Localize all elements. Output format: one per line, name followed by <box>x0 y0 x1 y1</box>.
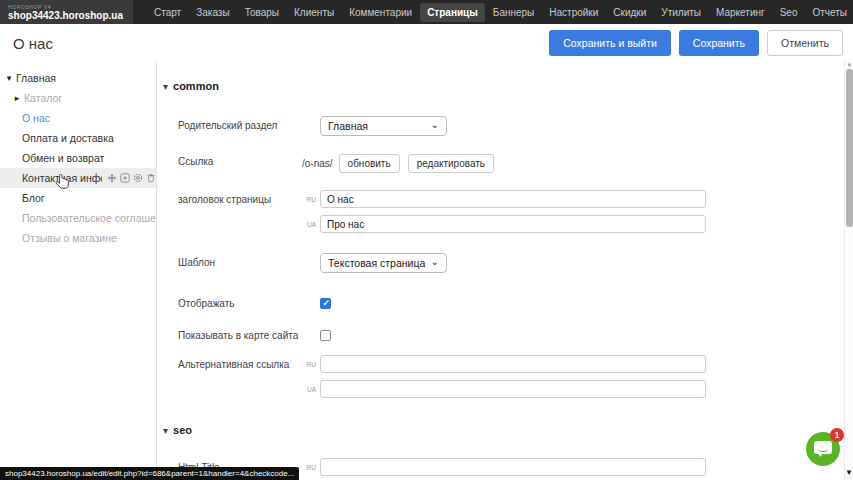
sidebar-item-label: Отзывы о магазине <box>22 232 117 244</box>
header-buttons: Сохранить и выйти Сохранить Отменить <box>549 30 843 56</box>
chat-smile-icon <box>818 448 828 452</box>
move-icon[interactable] <box>107 173 117 183</box>
lang-ua-badge: UA <box>302 215 316 228</box>
sidebar-item-label: Блог <box>22 192 45 204</box>
sidebar-item-home[interactable]: ▾ Главная <box>0 68 156 88</box>
alt-link-ua-input[interactable] <box>320 380 706 398</box>
field-label: заголовок страницы <box>178 190 302 205</box>
field-label: Альтернативная ссылка <box>178 355 302 370</box>
field-template: Шаблон Текстовая страница ⌄ <box>178 253 845 273</box>
pages-tree-sidebar: ▾ Главная ▸ Каталог О нас Оплата и доста… <box>0 62 156 480</box>
lang-ru-badge: RU <box>302 190 316 203</box>
field-page-title: заголовок страницы RU UA <box>178 190 845 233</box>
chat-widget-button[interactable]: 1 <box>806 432 840 466</box>
trash-icon[interactable] <box>146 173 156 183</box>
sidebar-item-contact-info[interactable]: Контактная инфор <box>0 168 156 188</box>
chevron-down-icon: ▾ <box>163 81 168 92</box>
lang-ua-badge: UA <box>302 380 316 393</box>
tree-item-actions <box>107 173 156 183</box>
field-display: Отображать <box>178 294 845 309</box>
field-link: Ссылка /o-nas/ обновить редактировать <box>178 152 845 173</box>
sidebar-item-store-reviews[interactable]: Отзывы о магазине <box>0 228 156 248</box>
sidebar-item-label: Главная <box>16 72 56 84</box>
field-label: Шаблон <box>178 253 302 268</box>
template-select[interactable]: Текстовая страница ⌄ <box>320 253 447 273</box>
sidebar-item-user-agreement[interactable]: Пользовательское соглашение <box>0 208 156 228</box>
nav-item-marketing[interactable]: Маркетинг <box>709 3 772 22</box>
nav-item-seo[interactable]: Seo <box>773 3 805 22</box>
cancel-button[interactable]: Отменить <box>767 30 843 56</box>
status-url: shop34423.horoshop.ua/edit/edit.php?id=6… <box>5 469 294 478</box>
chevron-down-icon[interactable]: ▾ <box>5 73 13 83</box>
save-button[interactable]: Сохранить <box>679 30 759 56</box>
sidebar-item-exchange-return[interactable]: Обмен и возврат <box>0 148 156 168</box>
vertical-scrollbar[interactable]: ▲ ▼ <box>844 60 853 480</box>
chat-notification-badge: 1 <box>830 428 844 442</box>
topbar: HOROSHOP V4 shop34423.horoshop.ua Старт … <box>0 0 853 24</box>
sidebar-item-label: Каталог <box>24 92 62 104</box>
main-nav: Старт Заказы Товары Клиенты Комментарии … <box>147 3 853 22</box>
alt-link-ru-input[interactable] <box>320 355 706 373</box>
field-sitemap: Показывать в карте сайта <box>178 326 845 341</box>
sidebar-item-catalog[interactable]: ▸ Каталог <box>0 88 156 108</box>
section-common-header[interactable]: ▾ common <box>163 80 845 92</box>
gear-icon[interactable] <box>133 173 143 183</box>
page-edit-form: ▾ common Родительский раздел Главная ⌄ С… <box>157 62 845 480</box>
field-parent-section: Родительский раздел Главная ⌄ <box>178 116 845 136</box>
sidebar-item-blog[interactable]: Блог <box>0 188 156 208</box>
parent-section-select[interactable]: Главная ⌄ <box>320 116 447 136</box>
scrollbar-thumb[interactable] <box>846 69 853 227</box>
sidebar-item-label: Пользовательское соглашение <box>22 212 156 224</box>
section-seo-header[interactable]: ▾ seo <box>163 424 845 436</box>
nav-item-orders[interactable]: Заказы <box>189 3 236 22</box>
sidebar-item-payment-delivery[interactable]: Оплата и доставка <box>0 128 156 148</box>
display-checkbox[interactable] <box>320 298 331 309</box>
nav-item-comments[interactable]: Комментарии <box>342 3 419 22</box>
page-title: О нас <box>13 35 53 52</box>
page-header: О нас Сохранить и выйти Сохранить Отмени… <box>0 24 853 62</box>
nav-item-settings[interactable]: Настройки <box>542 3 605 22</box>
sidebar-item-label: О нас <box>22 112 50 124</box>
link-value: /o-nas/ <box>302 158 333 169</box>
scroll-down-arrow-icon[interactable]: ▼ <box>843 467 853 479</box>
logo-domain-label: shop34423.horoshop.ua <box>8 10 123 21</box>
section-title: seo <box>173 424 192 436</box>
add-icon[interactable] <box>120 173 130 183</box>
logo[interactable]: HOROSHOP V4 shop34423.horoshop.ua <box>0 0 133 24</box>
selected-option: Текстовая страница <box>328 257 425 269</box>
nav-item-discounts[interactable]: Скидки <box>606 3 653 22</box>
sidebar-item-about[interactable]: О нас <box>0 108 156 128</box>
sidebar-item-label: Оплата и доставка <box>22 132 114 144</box>
nav-item-clients[interactable]: Клиенты <box>287 3 341 22</box>
sidebar-item-label: Обмен и возврат <box>22 152 104 164</box>
sitemap-checkbox[interactable] <box>320 330 331 341</box>
field-label: Показывать в карте сайта <box>178 326 302 341</box>
html-title-ru-input[interactable] <box>320 458 706 476</box>
nav-item-banners[interactable]: Баннеры <box>486 3 541 22</box>
page-title-ua-input[interactable] <box>320 215 706 233</box>
nav-item-pages[interactable]: Страницы <box>420 3 485 22</box>
link-edit-button[interactable]: редактировать <box>408 154 494 173</box>
selected-option: Главная <box>328 120 368 132</box>
chat-bubble-icon <box>814 441 832 454</box>
lang-ru-badge: RU <box>302 355 316 368</box>
scroll-up-arrow-icon[interactable]: ▲ <box>845 60 853 69</box>
link-status-bar: shop34423.horoshop.ua/edit/edit.php?id=6… <box>0 467 299 480</box>
nav-item-products[interactable]: Товары <box>238 3 286 22</box>
field-label: Ссылка <box>178 152 302 167</box>
chevron-down-icon: ▾ <box>163 425 168 436</box>
chevron-down-icon: ⌄ <box>431 119 439 130</box>
nav-item-utilities[interactable]: Утилиты <box>654 3 708 22</box>
mouse-cursor-icon <box>55 174 69 191</box>
section-title: common <box>173 80 219 92</box>
page-title-ru-input[interactable] <box>320 190 706 208</box>
save-and-exit-button[interactable]: Сохранить и выйти <box>549 30 671 56</box>
field-alt-link: Альтернативная ссылка RU UA <box>178 355 845 398</box>
nav-item-reports[interactable]: Отчеты <box>805 3 853 22</box>
field-label: Родительский раздел <box>178 116 302 131</box>
nav-item-start[interactable]: Старт <box>147 3 188 22</box>
chevron-down-icon: ⌄ <box>431 256 439 267</box>
link-update-button[interactable]: обновить <box>339 154 400 173</box>
chevron-right-icon[interactable]: ▸ <box>13 93 21 103</box>
lang-ru-badge: RU <box>302 458 316 471</box>
